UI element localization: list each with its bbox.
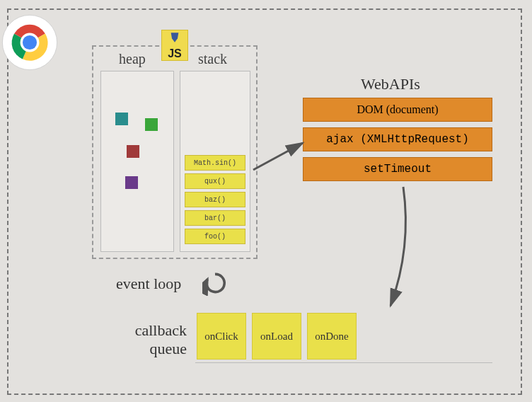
stack-frame: bar(): [185, 210, 245, 226]
svg-point-2: [23, 35, 37, 50]
event-loop-label: event loop: [116, 275, 181, 293]
heap-object: [145, 118, 158, 131]
stack-frame: Math.sin(): [185, 155, 245, 171]
webapis-title: WebAPIs: [361, 75, 420, 93]
heap-label: heap: [119, 51, 146, 67]
heap-object: [127, 145, 139, 158]
webapi-box: setTimeout: [303, 157, 492, 181]
arrow-webapi-to-queue: [382, 184, 424, 311]
webapi-box: ajax (XMLHttpRequest): [303, 127, 492, 151]
heap-object: [125, 176, 138, 189]
svg-line-3: [253, 143, 303, 170]
v8-shield-icon: [170, 32, 180, 43]
js-badge-text: JS: [168, 47, 182, 60]
heap-object: [115, 113, 128, 125]
queue-item: onClick: [197, 313, 246, 360]
queue-item: onDone: [307, 313, 357, 360]
webapi-box: DOM (document): [303, 98, 492, 122]
queue-item: onLoad: [252, 313, 301, 360]
arrow-stack-to-webapi: [252, 139, 307, 174]
queue-underline: [195, 362, 492, 363]
stack-frame: foo(): [185, 229, 245, 244]
stack-label: stack: [198, 51, 227, 67]
stack-box: Math.sin()qux()baz()bar()foo(): [180, 71, 250, 252]
heap-box: [100, 71, 174, 252]
callback-queue-label: callbackqueue: [116, 321, 187, 359]
stack-frame: baz(): [185, 192, 245, 207]
js-runtime-box: heap stack Math.sin()qux()baz()bar()foo(…: [92, 45, 258, 259]
chrome-icon: [0, 13, 59, 72]
stack-frame: qux(): [185, 173, 245, 189]
loop-icon: [202, 270, 228, 296]
js-badge: JS: [161, 30, 188, 61]
